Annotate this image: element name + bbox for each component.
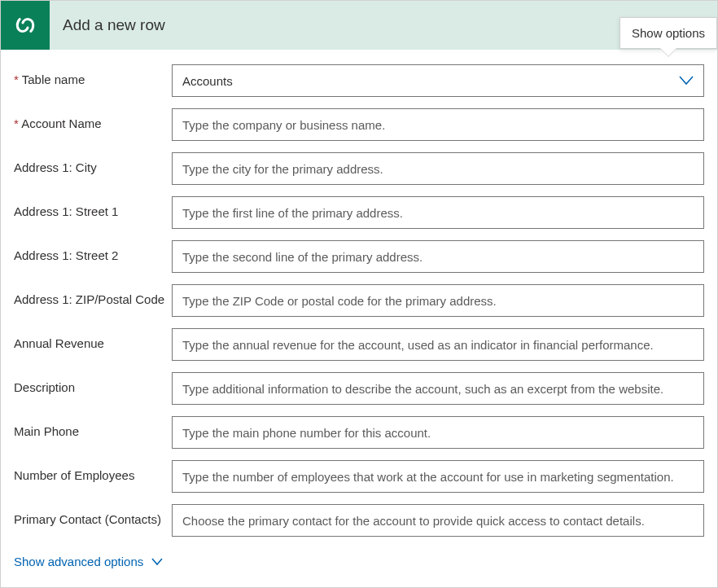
number-employees-label: Number of Employees [14,460,172,484]
form: Table name Accounts Account Name Address… [1,50,717,581]
table-name-select[interactable]: Accounts [172,64,704,97]
account-name-label: Account Name [14,108,172,132]
show-advanced-options-label: Show advanced options [14,555,143,568]
main-phone-input[interactable] [172,416,704,449]
chevron-down-icon [151,555,163,568]
address-city-input[interactable] [172,152,704,185]
address-street1-label: Address 1: Street 1 [14,196,172,220]
main-phone-label: Main Phone [14,416,172,440]
primary-contact-label: Primary Contact (Contacts) [14,504,172,528]
number-employees-input[interactable] [172,460,704,493]
table-name-value: Accounts [182,74,233,88]
address-city-label: Address 1: City [14,152,172,176]
address-street2-input[interactable] [172,240,704,273]
chevron-down-icon [679,74,694,88]
description-label: Description [14,372,172,396]
card-header: Add a new row Show options [1,1,717,50]
dataverse-icon [1,1,50,50]
table-name-label: Table name [14,64,172,88]
show-advanced-options-button[interactable]: Show advanced options [14,555,163,568]
annual-revenue-input[interactable] [172,328,704,361]
address-street2-label: Address 1: Street 2 [14,240,172,264]
address-zip-label: Address 1: ZIP/Postal Code [14,284,172,308]
primary-contact-input[interactable] [172,504,704,537]
description-input[interactable] [172,372,704,405]
page-title: Add a new row [63,16,165,34]
address-street1-input[interactable] [172,196,704,229]
account-name-input[interactable] [172,108,704,141]
annual-revenue-label: Annual Revenue [14,328,172,352]
show-options-button[interactable]: Show options [619,17,717,49]
address-zip-input[interactable] [172,284,704,317]
